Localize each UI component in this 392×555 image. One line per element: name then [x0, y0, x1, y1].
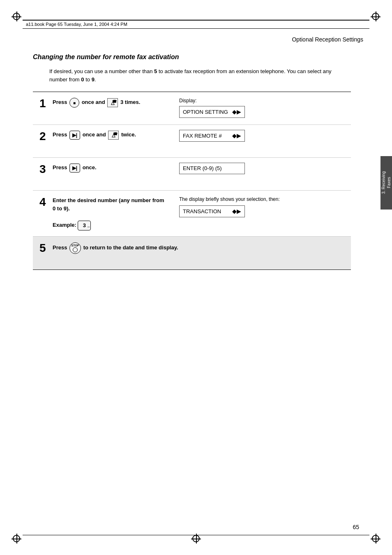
arrow-up-icon-1: △☎	[107, 98, 118, 107]
stop-button-icon: STOP	[69, 242, 81, 254]
bottom-border-line	[23, 535, 369, 536]
lcd-arrows-4: ◆▶	[232, 207, 241, 216]
side-tab-text: 3. Receiving Faxes	[381, 171, 392, 194]
section-heading: Changing the number for remote fax activ…	[33, 53, 351, 61]
step-2-content: Press ▶| once and △☎ twice.	[53, 131, 136, 140]
step-4-display-note: The display briefly shows your selection…	[179, 196, 344, 203]
step-row-4: 4 Enter the desired number (any number f…	[33, 191, 351, 237]
page-number: 65	[353, 524, 359, 530]
main-content: Changing the number for remote fax activ…	[33, 45, 351, 270]
header-file-info: a11.book Page 65 Tuesday, June 1, 2004 4…	[26, 22, 127, 27]
step-row-2: 2 Press ▶| once and △☎ twice. FAX REMOTE…	[33, 125, 351, 158]
step-1-right: Display: OPTION SETTING ◆▶	[173, 92, 351, 124]
step-4-left: 4 Enter the desired number (any number f…	[33, 191, 173, 236]
reg-mark-top-right	[371, 12, 380, 21]
lcd-display-4: TRANSACTION ◆▶	[179, 205, 245, 217]
menu-button-icon: ■	[69, 98, 79, 108]
step-1-left: 1 Press ■ once and △☎ 3 times.	[33, 92, 173, 124]
lcd-display-3: ENTER (0-9) (5)	[179, 163, 245, 174]
example-key-3: 3▫▫	[78, 221, 91, 230]
step-3-number: 3	[39, 164, 48, 175]
step-5-number: 5	[39, 242, 48, 254]
step-row-3: 3 Press ▶| once. ENTER (0-9) (5)	[33, 158, 351, 191]
reg-mark-top-left	[12, 12, 21, 21]
steps-table: 1 Press ■ once and △☎ 3 times. Display: …	[33, 92, 351, 270]
step-4-content: Enter the desired number (any number fro…	[53, 196, 166, 230]
step-5-left: 5 Press STOP to return to the date and t…	[33, 237, 351, 269]
step-3-right: ENTER (0-9) (5)	[173, 158, 351, 190]
display-label-1: Display:	[179, 97, 344, 104]
step-1-content: Press ■ once and △☎ 3 times.	[53, 98, 140, 108]
side-tab: 3. Receiving Faxes	[380, 156, 392, 210]
step-4-number: 4	[39, 196, 48, 208]
header-strip: a11.book Page 65 Tuesday, June 1, 2004 4…	[23, 20, 369, 29]
next-button-icon: ▶|	[69, 131, 80, 140]
reg-mark-bottom-left	[12, 534, 21, 543]
step-3-left: 3 Press ▶| once.	[33, 158, 173, 190]
page-title: Optional Reception Settings	[292, 36, 363, 43]
step-4-right: The display briefly shows your selection…	[173, 191, 351, 236]
step-3-content: Press ▶| once.	[53, 164, 97, 173]
reg-mark-bottom-right	[371, 534, 380, 543]
lcd-arrows-2: ◆▶	[232, 131, 241, 140]
step-2-right: FAX REMOTE # ◆▶	[173, 125, 351, 157]
step-row-1: 1 Press ■ once and △☎ 3 times. Display: …	[33, 92, 351, 125]
step-row-5: 5 Press STOP to return to the date and t…	[33, 237, 351, 269]
lcd-display-1: OPTION SETTING ◆▶	[179, 106, 245, 118]
step-5-content: Press STOP to return to the date and tim…	[53, 242, 178, 254]
select-button-icon: ▶|	[69, 164, 80, 173]
lcd-arrows-1: ◆▶	[232, 108, 241, 116]
lcd-display-2: FAX REMOTE # ◆▶	[179, 130, 245, 142]
arrow-up-icon-2: △☎	[108, 131, 119, 140]
step-2-number: 2	[39, 131, 48, 142]
step-1-number: 1	[39, 98, 48, 109]
intro-paragraph: If desired, you can use a number other t…	[49, 67, 351, 83]
step-2-left: 2 Press ▶| once and △☎ twice.	[33, 125, 173, 157]
